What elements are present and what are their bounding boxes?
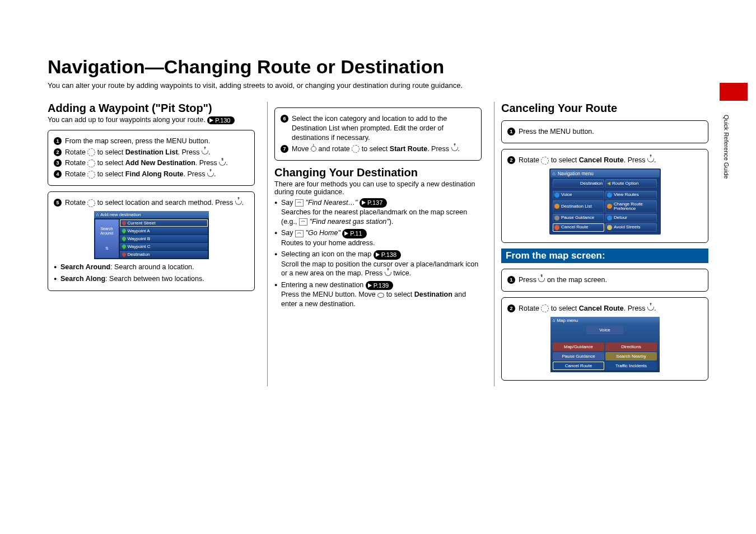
step-text: Rotate to select Cancel Route. Press . [519,156,656,165]
dial-icon [87,171,95,179]
column-2: 6Select the icon category and location t… [267,102,482,386]
waypoint-sub-text: You can add up to four waypoints along y… [48,116,207,124]
nav-menu-screenshot: Navigation menu Destination ◀ Route Opti… [549,168,661,235]
ss-side: Search Around ⇅ [95,219,119,258]
press-icon [647,158,654,162]
columns: Adding a Waypoint ("Pit Stop") You can a… [48,102,708,386]
ss-tab: ◀ Route Option [605,179,657,188]
add-destination-screenshot: Add new destination Search Around ⇅ Curr… [94,211,209,259]
step-text: Press on the map screen. [519,275,607,285]
ss-map-btn: Traffic Incidents [605,362,657,370]
press-icon [202,151,208,154]
stick-icon [311,146,316,152]
ss-list-row: Waypoint C [120,243,208,250]
step-number: 6 [281,115,288,123]
step-number: 2 [54,148,62,156]
bullet: Search Around: Search around a location. [54,263,249,272]
bullet: Say "Find Nearest…" P.137 Searches for t… [274,198,482,227]
ss-map-btn: Cancel Route [553,362,604,370]
ss-map-btn: Map/Guidance [553,343,604,351]
page-ref: P.137 [360,198,387,208]
ss-menu-item: Voice [553,191,604,199]
press-icon [385,272,391,276]
step-text: Rotate to select Find Along Route. Press… [65,170,216,179]
press-icon [219,162,226,166]
page-ref: P.130 [207,116,235,124]
voice-icon [295,199,304,207]
press-icon [538,278,545,282]
step-number: 7 [281,145,288,153]
step-number: 4 [54,170,62,178]
ss-list-row: Waypoint B [120,235,208,242]
press-icon [647,307,654,311]
canceling-route-heading: Canceling Your Route [501,102,708,115]
voice-icon [295,230,304,237]
ss-map-btn: Pause Guidance [553,352,604,360]
adding-waypoint-heading: Adding a Waypoint ("Pit Stop") [48,102,255,115]
from-map-heading: From the map screen: [501,249,708,263]
dial-icon [352,145,360,153]
move-icon [377,293,384,298]
step-text: Rotate to select location and search met… [65,198,244,208]
step-text: Rotate to select Cancel Route. Press . [519,304,656,313]
bullet: Selecting an icon on the map P.138 Scrol… [274,250,482,278]
map-step-1-box: 1Press on the map screen. [501,269,708,292]
press-icon [235,201,242,205]
press-icon [207,173,214,177]
step-number: 1 [54,137,62,145]
ss-header: Add new destination [94,211,209,218]
dial-icon [541,305,549,312]
page-ref: P.138 [374,250,401,260]
dial-icon [541,157,549,165]
ss-menu-item: View Routes [605,191,657,199]
step-text: Select the icon category and location to… [292,114,475,143]
voice-icon [299,218,307,226]
section-tab [720,83,748,101]
ss-tab: Destination [553,179,604,188]
step-number: 2 [507,156,515,164]
step-number: 5 [54,199,62,207]
step-number: 2 [507,305,515,312]
ss-menu-item: Pause Guidance [553,214,604,222]
ss-list-row: Waypoint A [120,227,208,235]
ss-header: Map menu [550,317,660,324]
ss-menu-item: Avoid Streets [605,223,657,232]
changing-sub: There are four methods you can use to sp… [274,180,482,196]
ss-list-row: Destination [120,251,208,258]
page: Quick Reference Guide 13 Navigation—Chan… [48,56,708,386]
bullet: Entering a new destination P.139 Press t… [274,280,482,309]
changing-destination-heading: Changing Your Destination [274,166,482,179]
ss-voice-btn: Voice [586,326,623,334]
page-ref: P.11 [342,229,366,238]
press-icon [451,147,458,151]
step-text: From the map screen, press the MENU butt… [65,137,210,146]
step-text: Press the MENU button. [519,127,594,137]
column-1: Adding a Waypoint ("Pit Stop") You can a… [48,102,255,386]
side-label: Quick Reference Guide [723,115,730,179]
step-text: Rotate to select Destination List. Press… [65,148,210,157]
column-3: Canceling Your Route 1Press the MENU but… [494,102,708,386]
ss-map-btn: Search Nearby [605,352,657,360]
cancel-step-2-box: 2Rotate to select Cancel Route. Press . … [501,149,708,243]
ss-header: Navigation menu [550,170,660,177]
step-text: Rotate to select Add New Destination. Pr… [65,158,228,168]
dial-icon [87,148,95,156]
ss-menu-item: Detour [605,214,657,222]
cancel-step-1-box: 1Press the MENU button. [501,120,708,143]
bullet: Say "Go Home" P.11 Routes to your home a… [274,228,482,247]
ss-list: Current StreetWaypoint AWaypoint BWaypoi… [120,219,208,258]
ss-map-btn: Directions [605,343,657,351]
ss-menu-item: Cancel Route [553,223,604,232]
page-title: Navigation—Changing Route or Destination [48,56,708,78]
steps-box-3: 6Select the icon category and location t… [274,107,482,161]
map-menu-screenshot: Map menu Voice Map/GuidanceDirectionsPau… [550,317,660,372]
ss-menu-item: Change Route Preference [605,200,657,213]
steps-box-1: 1From the map screen, press the MENU but… [48,130,255,186]
steps-box-2: 5Rotate to select location and search me… [48,191,255,291]
intro-text: You can alter your route by adding waypo… [48,81,708,90]
dial-icon [87,199,95,207]
bullet: Search Along: Search between two locatio… [54,274,249,284]
map-step-2-box: 2Rotate to select Cancel Route. Press . … [501,297,708,381]
step-number: 3 [54,159,62,167]
dial-icon [87,160,95,167]
